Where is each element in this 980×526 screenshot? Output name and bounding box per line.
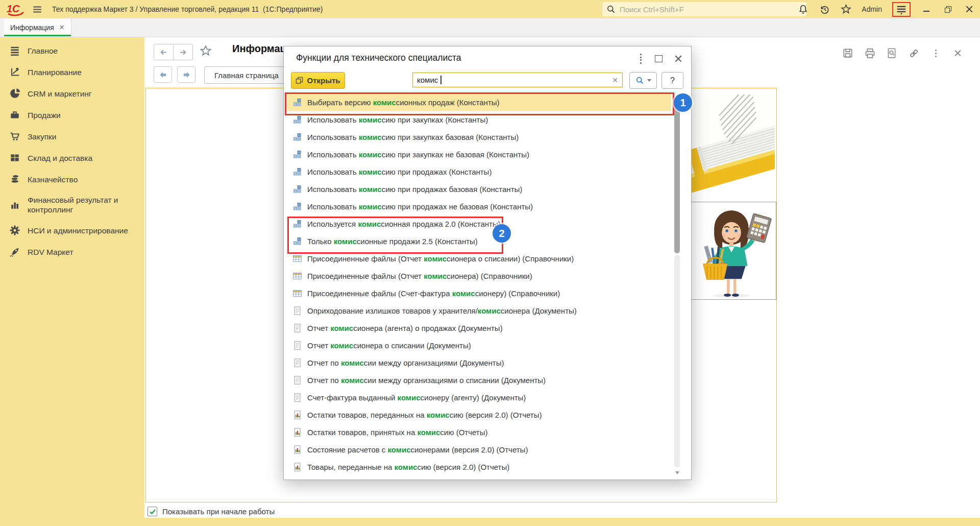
functions-scrollbar[interactable] — [673, 93, 681, 475]
sidebar-item-cart[interactable]: Закупки — [0, 126, 144, 147]
page-nav-buttons — [154, 66, 195, 83]
annotation-badge-1: 1 — [674, 93, 692, 112]
function-list-item[interactable]: Использовать комиссию при продажах не ба… — [287, 198, 671, 215]
function-list-item[interactable]: Присоединенные файлы (Отчет комиссионера… — [287, 250, 671, 267]
tab-close-icon[interactable]: ✕ — [59, 23, 65, 31]
function-list-item[interactable]: Использовать комиссию при закупках (Конс… — [287, 111, 671, 128]
function-label: Оприходование излишков товаров у храните… — [307, 306, 577, 315]
scrollbar-track[interactable] — [674, 255, 680, 467]
window-close-button[interactable] — [964, 4, 975, 15]
scroll-down-arrow-icon[interactable] — [675, 471, 679, 474]
function-list-item[interactable]: Присоединенные файлы (Отчет комиссионера… — [287, 267, 671, 284]
sidebar-item-planning[interactable]: Планирование — [0, 61, 144, 83]
function-list-item[interactable]: Присоединенные файлы (Счет-фактура комис… — [287, 284, 671, 302]
function-list-item[interactable]: Остатки товаров, принятых на комиссию (О… — [287, 423, 671, 441]
function-list-item[interactable]: Отчет комиссионера (агента) о продажах (… — [287, 319, 671, 337]
function-label: Отчет по комиссии между организациями (Д… — [307, 358, 504, 367]
window-restore-button[interactable] — [942, 4, 953, 15]
dialog-maximize-button[interactable] — [655, 55, 663, 62]
dialog-more-kebab-icon[interactable] — [639, 53, 643, 65]
page-forward-button[interactable] — [177, 66, 195, 83]
function-label: Присоединенные файлы (Счет-фактура комис… — [307, 289, 560, 298]
help-button[interactable]: ? — [662, 72, 683, 89]
print-icon[interactable] — [864, 47, 876, 59]
sidebar-item-label: CRM и маркетинг — [28, 89, 132, 99]
dropdown-arrow-icon — [647, 79, 651, 82]
open-button-label: Открыть — [307, 76, 340, 85]
sidebar-item-label: Склад и доставка — [28, 153, 132, 163]
function-type-icon — [293, 306, 302, 315]
function-label: Использовать комиссию при продажах не ба… — [307, 202, 533, 211]
sidebar-item-menu[interactable]: Главное — [0, 40, 144, 61]
dialog-title: Функции для технического специалиста — [296, 53, 461, 63]
function-list-item[interactable]: Товары, переданные на комиссию (версия 2… — [287, 458, 671, 475]
function-list-item[interactable]: Использовать комиссию при закупках базов… — [287, 128, 671, 146]
favorites-star-icon[interactable] — [840, 4, 851, 15]
function-list-item[interactable]: Используется комиссионная продажа 2.0 (К… — [287, 215, 671, 232]
function-label: Присоединенные файлы (Отчет комиссионера… — [307, 254, 574, 263]
sidebar-item-gear[interactable]: НСИ и администрирование — [0, 220, 144, 241]
window-minimize-button[interactable] — [921, 4, 932, 15]
home-page-tab-button[interactable]: Главная страница — [204, 66, 289, 84]
function-label: Остатки товаров, переданных на комиссию … — [307, 411, 542, 419]
main-menu-icon[interactable] — [32, 4, 43, 15]
function-label: Выбирать версию комиссионных продаж (Кон… — [307, 98, 500, 107]
favorite-star-icon[interactable] — [200, 45, 212, 59]
function-type-icon — [293, 324, 302, 332]
search-mode-button[interactable] — [629, 72, 657, 89]
sidebar-item-bars[interactable]: Финансовый результат и контроллинг — [0, 190, 144, 220]
function-list-item[interactable]: Использовать комиссию при закупках не ба… — [287, 146, 671, 163]
save-icon[interactable] — [842, 47, 854, 59]
function-label: Использовать комиссию при закупках не ба… — [307, 150, 529, 159]
nav-back-button[interactable] — [154, 44, 174, 60]
function-list-item[interactable]: Использовать комиссию при продажах базов… — [287, 180, 671, 198]
page-back-button[interactable] — [154, 66, 172, 83]
function-list-item[interactable]: Отчет комиссионера о списании (Документы… — [287, 337, 671, 354]
function-label: Остатки товаров, принятых на комиссию (О… — [307, 428, 487, 437]
sidebar-item-pie[interactable]: CRM и маркетинг — [0, 83, 144, 104]
function-list-item[interactable]: Использовать комиссию при продажах (Конс… — [287, 163, 671, 180]
function-label: Состояние расчетов с комиссионерами (вер… — [307, 445, 528, 454]
service-menu-icon — [896, 4, 907, 15]
open-button[interactable]: Открыть — [291, 72, 345, 89]
function-label: Счет-фактура выданный комиссионеру (аген… — [307, 393, 526, 402]
nav-forward-button[interactable] — [174, 44, 193, 60]
function-list-item[interactable]: Отчет по комиссии между организациями (Д… — [287, 354, 671, 371]
dialog-controls — [639, 53, 682, 65]
tab-information[interactable]: Информация ✕ — [4, 18, 71, 36]
function-list-item[interactable]: Состояние расчетов с комиссионерами (вер… — [287, 441, 671, 458]
top-bar: 1С Тех поддержка Маркет 3 / Управление т… — [0, 0, 980, 18]
sidebar-item-icon — [9, 152, 20, 163]
function-type-icon — [293, 445, 302, 454]
global-search-box[interactable]: Поиск Ctrl+Shift+F — [602, 2, 806, 16]
sidebar-item-grid[interactable]: Склад и доставка — [0, 147, 144, 169]
function-search-input[interactable]: комис ✕ — [412, 73, 623, 87]
show-on-start-checkbox[interactable] — [148, 507, 157, 516]
window-title: Тех поддержка Маркет 3 / Управление торг… — [52, 5, 323, 13]
function-list-item[interactable]: Выбирать версию комиссионных продаж (Кон… — [287, 93, 671, 111]
open-window-icon — [296, 77, 303, 84]
get-link-icon[interactable] — [908, 47, 920, 59]
sidebar-item-icon — [9, 225, 20, 236]
service-menu-button-highlighted[interactable] — [892, 2, 911, 17]
scrollbar-thumb[interactable] — [674, 100, 680, 253]
current-user-label[interactable]: Admin — [862, 5, 882, 13]
sidebar-item-coins[interactable]: Казначейство — [0, 169, 144, 190]
sidebar-item-rocket[interactable]: RDV Маркет — [0, 241, 144, 262]
dialog-close-button[interactable] — [675, 55, 682, 62]
function-list-item[interactable]: Только комиссионные продажи 2.5 (Констан… — [287, 232, 671, 250]
more-actions-kebab-icon[interactable] — [929, 47, 942, 59]
print-preview-icon[interactable] — [886, 47, 898, 59]
section-sidebar: Главное Планирование CRM и маркетинг Про… — [0, 37, 144, 526]
function-list-item[interactable]: Счет-фактура выданный комиссионеру (аген… — [287, 389, 671, 406]
history-icon[interactable] — [819, 4, 830, 15]
function-label: Использовать комиссию при закупках (Конс… — [307, 115, 488, 124]
form-close-icon[interactable] — [951, 47, 964, 59]
function-list-item[interactable]: Остатки товаров, переданных на комиссию … — [287, 406, 671, 423]
sidebar-item-briefcase[interactable]: Продажи — [0, 104, 144, 126]
clear-search-icon[interactable]: ✕ — [612, 76, 618, 84]
function-list-item[interactable]: Оприходование излишков товаров у храните… — [287, 302, 671, 319]
notifications-bell-icon[interactable] — [797, 4, 808, 15]
function-list-item[interactable]: Отчет по комиссии между организациями о … — [287, 371, 671, 389]
function-label: Использовать комиссию при закупках базов… — [307, 133, 519, 141]
